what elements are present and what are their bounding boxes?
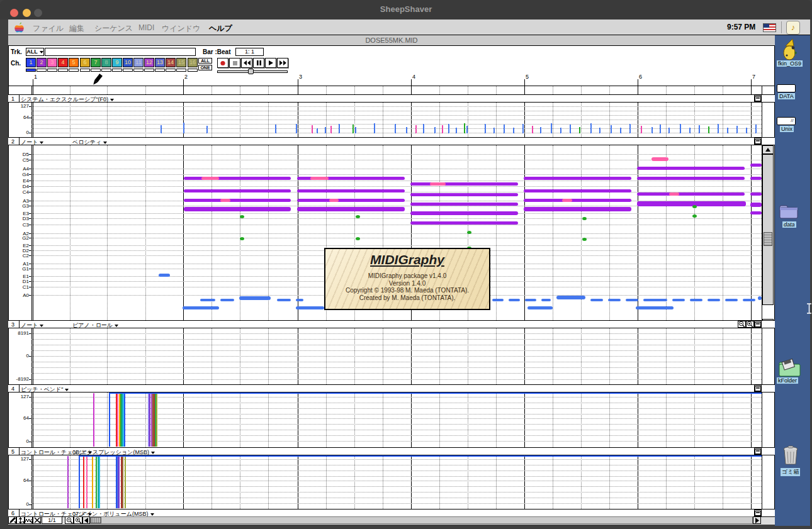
track-4-controller-line[interactable] (117, 393, 118, 447)
channel-indicator-12[interactable] (144, 69, 154, 72)
menu-item-4[interactable]: ウインドウ (162, 23, 200, 33)
track-4-controller-line[interactable] (149, 393, 150, 447)
channel-indicator-14[interactable] (166, 69, 176, 72)
track-4-label-0[interactable]: ピッチ・ベンド" (21, 386, 69, 394)
track-2-note[interactable] (556, 296, 585, 299)
track-1-event[interactable] (504, 125, 505, 133)
channel-indicator-4[interactable] (58, 69, 68, 72)
track-1-event[interactable] (718, 124, 719, 133)
track-2-note[interactable] (725, 299, 738, 301)
track-2-note[interactable] (690, 299, 702, 301)
desktop-folder-data-icon[interactable] (779, 203, 799, 223)
track-1-event[interactable] (629, 124, 631, 133)
channel-indicator-7[interactable] (91, 69, 101, 72)
track-2-note[interactable] (220, 299, 234, 301)
track-1-event[interactable] (317, 128, 318, 133)
track-1-event[interactable] (689, 128, 691, 133)
track-2-note[interactable] (637, 192, 745, 196)
h-scroll-left-button[interactable] (82, 516, 90, 524)
track-1-event[interactable] (312, 125, 313, 133)
track-1-event[interactable] (161, 125, 162, 133)
track-2-note[interactable] (708, 299, 720, 301)
track-1-event[interactable] (755, 125, 757, 133)
track-1-event[interactable] (590, 123, 592, 133)
track-2-note[interactable] (608, 299, 621, 301)
about-splash-dialog[interactable]: MIDIGraphy MIDIGraphy package v1.4.0 Ver… (324, 248, 490, 310)
channel-button-3[interactable]: 3 (47, 58, 57, 67)
channel-button-4[interactable]: 4 (58, 58, 68, 67)
track-2-note-dot[interactable] (582, 217, 587, 220)
track-2-note[interactable] (183, 306, 219, 309)
rewind-button[interactable] (241, 58, 252, 68)
track-1-label-0[interactable]: システム・エクスクルーシブ"(F0) (21, 96, 114, 104)
track-2-note-dot[interactable] (692, 205, 697, 208)
track-1-event[interactable] (570, 125, 571, 133)
track-1-windowshade-button[interactable] (754, 95, 762, 102)
menu-item-1[interactable]: 編集 (69, 23, 84, 33)
channel-indicator-15[interactable] (176, 69, 186, 72)
channel-button-1[interactable]: 1 (26, 58, 36, 67)
track-2-note[interactable] (562, 199, 572, 202)
track-3-zoom-in-button[interactable] (746, 321, 754, 328)
menu-item-3[interactable]: MIDI (138, 23, 154, 33)
menu-item-0[interactable]: ファイル (33, 23, 64, 33)
channel-button-10[interactable]: 10 (123, 58, 133, 67)
track-2-note[interactable] (201, 177, 219, 180)
channel-indicator-8[interactable] (101, 69, 111, 72)
channel-indicator-10[interactable] (123, 69, 133, 72)
channel-button-15[interactable]: 15 (176, 58, 186, 67)
track-1-event[interactable] (641, 126, 642, 133)
track-1-event[interactable] (579, 127, 580, 133)
track-2-note-dot[interactable] (356, 215, 360, 218)
track-2-note[interactable] (750, 192, 762, 196)
desktop-icon-label[interactable]: data (782, 221, 796, 228)
track-1-event[interactable] (493, 128, 495, 133)
track-4-controller-line[interactable] (124, 393, 125, 447)
channel-indicator-6[interactable] (80, 69, 90, 72)
h-scroll-right-button[interactable] (753, 516, 761, 524)
track-2-note[interactable] (297, 199, 405, 202)
track-1-event[interactable] (746, 128, 747, 133)
track-2-note[interactable] (239, 296, 271, 300)
track-6-windowshade-button[interactable] (754, 510, 762, 516)
track-2-note[interactable] (410, 221, 518, 225)
track-2-note[interactable] (651, 157, 668, 161)
pause-button[interactable] (253, 58, 264, 68)
stretch-tool-button[interactable] (16, 516, 25, 524)
track-1-event[interactable] (406, 127, 407, 133)
play-button[interactable] (265, 58, 276, 68)
track-5-controller-line[interactable] (83, 456, 84, 508)
track-2-note-dot[interactable] (240, 215, 244, 218)
track-2-note[interactable] (669, 192, 679, 196)
track-2-note-dot[interactable] (356, 237, 360, 240)
channel-indicator-11[interactable] (133, 69, 144, 72)
track-5-controller-line[interactable] (67, 456, 69, 508)
desktop-disk-unix-icon[interactable]: // (777, 117, 796, 125)
track-1-event[interactable] (448, 124, 449, 133)
track-1-event[interactable] (560, 128, 561, 133)
h-scroll-thumb[interactable] (91, 517, 101, 523)
track-1-event[interactable] (464, 123, 465, 133)
track-2-note[interactable] (637, 201, 746, 206)
track-1-event[interactable] (456, 128, 457, 133)
track-1-event[interactable] (485, 124, 486, 133)
desktop-icon-label[interactable]: fkin_OS9 (777, 60, 803, 67)
track-2-note[interactable] (524, 189, 631, 192)
channel-indicator-16[interactable] (188, 69, 198, 72)
track-5-controller-line[interactable] (99, 456, 100, 508)
track-2-note[interactable] (636, 306, 674, 309)
toolbar-zoom-out-button[interactable] (65, 516, 74, 524)
track-2-note[interactable] (758, 296, 762, 300)
track-1-event[interactable] (551, 123, 552, 133)
channel-button-2[interactable]: 2 (37, 58, 47, 67)
channel-indicator-3[interactable] (47, 69, 57, 72)
track-5-controller-line[interactable] (125, 456, 126, 508)
track-2-note[interactable] (200, 299, 215, 301)
channel-button-14[interactable]: 14 (166, 58, 176, 67)
track-2-scroll-thumb[interactable] (764, 232, 772, 246)
track-2-note[interactable] (524, 207, 631, 211)
track-1-event[interactable] (611, 125, 612, 133)
track-2-scroll-track[interactable] (762, 154, 774, 305)
track-4-windowshade-button[interactable] (754, 385, 762, 392)
track-2-note[interactable] (672, 299, 685, 301)
